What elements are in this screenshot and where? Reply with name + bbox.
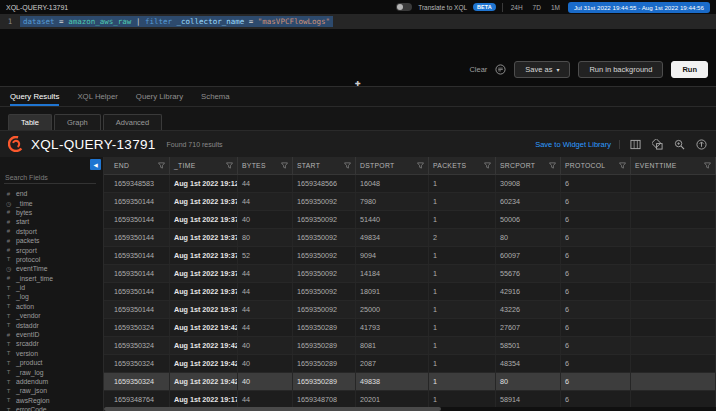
view-tab-table[interactable]: Table <box>8 114 52 130</box>
field-item-_time[interactable]: ◷_time <box>0 198 103 207</box>
query-code[interactable]: dataset = amazon_aws_raw | filter _colle… <box>20 16 333 27</box>
range-button-7d[interactable]: 7D <box>531 3 543 12</box>
table-row[interactable]: 1659350144Aug 1st 2022 19:37:42441659350… <box>104 193 716 211</box>
field-item-_id[interactable]: T_id <box>0 283 103 292</box>
table-row[interactable]: 1659350144Aug 1st 2022 19:37:42401659350… <box>104 211 716 229</box>
filter-icon[interactable] <box>417 162 424 169</box>
history-icon[interactable] <box>495 64 506 75</box>
column-header-packets[interactable]: PACKETS <box>429 157 496 174</box>
run-background-button[interactable]: Run in background <box>578 61 663 78</box>
table-row[interactable]: 1659350144Aug 1st 2022 19:37:42801659350… <box>104 229 716 247</box>
field-item-_raw_log[interactable]: T_raw_log <box>0 367 103 376</box>
panel-splitter[interactable]: ✚ <box>0 79 716 87</box>
field-name: awsRegion <box>16 397 50 404</box>
table-cell: 2 <box>429 229 496 246</box>
field-item-_product[interactable]: T_product <box>0 358 103 367</box>
table-cell: 20201 <box>356 391 429 408</box>
field-item-eventID[interactable]: #eventID <box>0 330 103 339</box>
column-header-dstport[interactable]: DSTPORT <box>356 157 429 174</box>
filter-icon[interactable] <box>549 162 556 169</box>
filter-icon[interactable] <box>344 162 351 169</box>
table-row[interactable]: 1659350144Aug 1st 2022 19:37:42521659350… <box>104 247 716 265</box>
table-row[interactable]: 1659350144Aug 1st 2022 19:37:42441659350… <box>104 265 716 283</box>
tab-query-results[interactable]: Query Results <box>10 87 59 106</box>
table-row[interactable]: 1659350324Aug 1st 2022 19:42:42401659350… <box>104 337 716 355</box>
field-name: addendum <box>16 378 48 385</box>
table-cell <box>631 373 716 390</box>
run-button[interactable]: Run <box>671 61 708 78</box>
columns-icon[interactable] <box>628 137 642 151</box>
export-icon[interactable] <box>694 137 708 151</box>
field-item-srcaddr[interactable]: Tsrcaddr <box>0 339 103 348</box>
save-as-button[interactable]: Save as▾ <box>514 61 570 78</box>
field-item-dstaddr[interactable]: Tdstaddr <box>0 320 103 329</box>
range-button-1m[interactable]: 1M <box>549 3 562 12</box>
column-header-protocol[interactable]: PROTOCOL <box>561 157 631 174</box>
field-item-bytes[interactable]: #bytes <box>0 208 103 217</box>
translate-toggle[interactable] <box>396 3 412 11</box>
table-row[interactable]: 1659348583Aug 1st 2022 19:12:42441659348… <box>104 175 716 193</box>
collapse-fields-button[interactable]: ◀ <box>90 159 101 170</box>
view-tab-advanced[interactable]: Advanced <box>103 114 162 130</box>
table-row[interactable]: 1659350324Aug 1st 2022 19:42:42401659350… <box>104 355 716 373</box>
table-row[interactable]: 1659350324Aug 1st 2022 19:42:42401659350… <box>104 373 716 391</box>
field-item-start[interactable]: #start <box>0 217 103 226</box>
field-item-srcport[interactable]: #srcport <box>0 245 103 254</box>
filter-icon[interactable] <box>704 162 711 169</box>
field-item-_insert_time[interactable]: #_insert_time <box>0 274 103 283</box>
column-header-_time[interactable]: _TIME <box>170 157 238 174</box>
table-cell: 1659350144 <box>110 283 170 300</box>
field-item-_vendor[interactable]: T_vendor <box>0 311 103 320</box>
field-item-end[interactable]: #end <box>0 189 103 198</box>
tab-xql-helper[interactable]: XQL Helper <box>77 87 117 106</box>
filter-icon[interactable] <box>226 162 233 169</box>
field-name: action <box>16 303 34 310</box>
field-item-eventTime[interactable]: ◷eventTime <box>0 264 103 273</box>
field-item-action[interactable]: Taction <box>0 302 103 311</box>
table-cell: Aug 1st 2022 19:42:42 <box>170 373 238 390</box>
field-item-packets[interactable]: #packets <box>0 236 103 245</box>
filter-icon[interactable] <box>484 162 491 169</box>
field-item-protocol[interactable]: Tprotocol <box>0 255 103 264</box>
query-editor[interactable]: 1 dataset = amazon_aws_raw | filter _col… <box>0 14 716 29</box>
filter-icon[interactable] <box>158 162 165 169</box>
field-item-_log[interactable]: T_log <box>0 292 103 301</box>
table-row[interactable]: 1659350144Aug 1st 2022 19:37:42441659350… <box>104 283 716 301</box>
column-header-srcport[interactable]: SRCPORT <box>496 157 561 174</box>
search-fields-input[interactable] <box>4 172 96 184</box>
table-cell: 6 <box>561 391 631 408</box>
table-cell: 1659350092 <box>293 211 356 228</box>
scrollbar-thumb[interactable] <box>104 407 441 411</box>
field-item-dstport[interactable]: #dstport <box>0 227 103 236</box>
field-name: _id <box>16 284 25 291</box>
editor-empty-area[interactable] <box>0 29 716 59</box>
save-to-widget-library-link[interactable]: Save to Widget Library <box>535 140 611 149</box>
column-header-eventtime[interactable]: EVENTTIME <box>631 157 716 174</box>
field-item-awsRegion[interactable]: TawsRegion <box>0 396 103 405</box>
settings-icon[interactable] <box>650 137 664 151</box>
filter-icon[interactable] <box>281 162 288 169</box>
table-row[interactable]: 1659350144Aug 1st 2022 19:37:42441659350… <box>104 301 716 319</box>
column-header-end[interactable]: END <box>110 157 170 174</box>
table-cell <box>631 229 716 246</box>
field-item-addendum[interactable]: Taddendum <box>0 377 103 386</box>
range-button-24h[interactable]: 24H <box>509 3 525 12</box>
column-header-start[interactable]: START <box>293 157 356 174</box>
filter-icon[interactable] <box>619 162 626 169</box>
tab-query-library[interactable]: Query Library <box>136 87 183 106</box>
field-item-_raw_json[interactable]: T_raw_json <box>0 386 103 395</box>
zoom-icon[interactable] <box>672 137 686 151</box>
table-cell: 1659350324 <box>110 373 170 390</box>
table-cell: 6 <box>561 337 631 354</box>
table-row[interactable]: 1659350324Aug 1st 2022 19:42:42441659350… <box>104 319 716 337</box>
field-item-errorCode[interactable]: TerrorCode <box>0 405 103 411</box>
results-content: ◀ #end◷_time#bytes#start#dstport#packets… <box>0 157 716 411</box>
column-header-bytes[interactable]: BYTES <box>238 157 293 174</box>
clear-button[interactable]: Clear <box>469 65 487 74</box>
tab-schema[interactable]: Schema <box>201 87 230 106</box>
splitter-grip-icon[interactable]: ✚ <box>355 80 361 87</box>
field-item-version[interactable]: Tversion <box>0 349 103 358</box>
horizontal-scrollbar[interactable] <box>104 407 716 411</box>
view-tab-graph[interactable]: Graph <box>54 114 101 130</box>
date-range-button[interactable]: Jul 31st 2022 19:44:55 - Aug 1st 2022 19… <box>568 2 710 13</box>
